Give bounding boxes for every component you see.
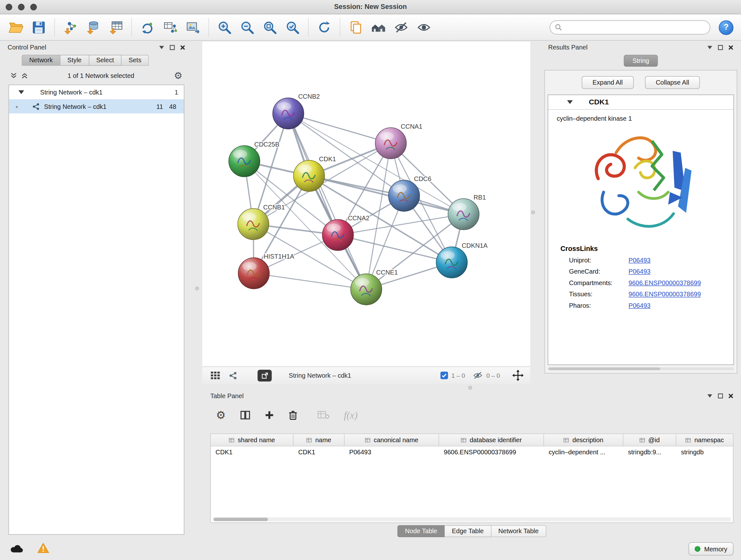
panel-float-icon[interactable] xyxy=(718,393,723,398)
panel-float-icon[interactable] xyxy=(170,45,175,50)
network-node-CCNA2[interactable]: CCNA2 xyxy=(322,214,369,251)
string-panel-button[interactable] xyxy=(229,371,238,380)
expand-all-networks-icon[interactable] xyxy=(21,72,28,79)
network-node-CCNA1[interactable]: CCNA1 xyxy=(375,123,422,159)
splitter-handle[interactable] xyxy=(195,287,199,290)
refresh-button[interactable] xyxy=(315,18,333,37)
scrollbar-thumb[interactable] xyxy=(213,518,268,521)
network-collection-row[interactable]: String Network – cdk1 1 xyxy=(9,85,184,99)
tab-string[interactable]: String xyxy=(624,55,658,67)
crosslink-link[interactable]: 9606.ENSP00000378699 xyxy=(629,291,701,298)
show-columns-button[interactable] xyxy=(240,410,251,420)
network-row[interactable]: • String Network – cdk1 11 48 xyxy=(9,99,184,113)
export-image-button[interactable] xyxy=(184,18,202,37)
help-button[interactable]: ? xyxy=(719,20,733,35)
column-header[interactable]: canonical name xyxy=(345,434,439,446)
collection-expander-icon[interactable] xyxy=(18,90,24,94)
zoom-in-button[interactable] xyxy=(215,18,233,37)
panel-close-icon[interactable] xyxy=(180,45,185,50)
open-session-button[interactable] xyxy=(7,18,25,37)
cell-namespace[interactable]: stringdb xyxy=(676,446,733,459)
show-all-button[interactable] xyxy=(415,18,433,37)
tab-select[interactable]: Select xyxy=(89,55,121,66)
fit-selected-button[interactable] xyxy=(512,370,524,381)
hidden-items-icon[interactable] xyxy=(473,371,483,380)
home-button[interactable] xyxy=(369,18,387,37)
column-header[interactable]: name xyxy=(293,434,345,446)
save-session-button[interactable] xyxy=(30,18,48,37)
panel-close-icon[interactable] xyxy=(728,45,733,50)
crosslink-link[interactable]: P06493 xyxy=(629,302,651,309)
import-network-button[interactable] xyxy=(62,18,79,37)
open-in-new-window-button[interactable] xyxy=(258,369,272,381)
hide-selected-button[interactable] xyxy=(392,18,410,37)
column-header[interactable]: database identifier xyxy=(439,434,544,446)
add-column-button[interactable] xyxy=(265,410,274,420)
cell-description[interactable]: cyclin–dependent ... xyxy=(544,446,623,459)
network-edge[interactable] xyxy=(288,113,391,143)
network-view-canvas[interactable]: CCNB2CCNA1CDC25BCDK1CDC6RB1CCNB1CCNA2CDK… xyxy=(202,42,530,366)
network-edge[interactable] xyxy=(288,113,366,289)
selected-checkbox[interactable] xyxy=(441,372,448,379)
crosslink-link[interactable]: 9606.ENSP00000378699 xyxy=(629,279,701,287)
entry-expander-icon[interactable] xyxy=(567,100,573,104)
panel-float-icon[interactable] xyxy=(718,45,723,50)
cell-canonical-name[interactable]: P06493 xyxy=(345,446,439,459)
import-network-from-database-button[interactable] xyxy=(84,18,102,37)
results-horizontal-scrollbar[interactable] xyxy=(548,368,734,370)
collapse-all-networks-icon[interactable] xyxy=(10,72,17,79)
column-header[interactable]: description xyxy=(544,434,623,446)
network-from-table-button[interactable] xyxy=(161,18,179,37)
network-node-CDC25B[interactable]: CDC25B xyxy=(229,141,280,177)
search-box[interactable] xyxy=(549,20,710,35)
cell-id[interactable]: stringdb:9... xyxy=(623,446,676,459)
tab-network[interactable]: Network xyxy=(22,55,60,66)
tab-edge-table[interactable]: Edge Table xyxy=(445,525,491,537)
network-node-CCNB2[interactable]: CCNB2 xyxy=(273,93,320,129)
memory-button[interactable]: Memory xyxy=(689,543,733,556)
network-node-CDK1[interactable]: CDK1 xyxy=(293,155,336,192)
tab-style[interactable]: Style xyxy=(60,55,89,66)
cell-database-identifier[interactable]: 9606.ENSP00000378699 xyxy=(439,446,544,459)
cell-name[interactable]: CDK1 xyxy=(293,446,345,459)
network-node-HIST1H1A[interactable]: HIST1H1A xyxy=(238,253,294,289)
network-node-CCNB1[interactable]: CCNB1 xyxy=(238,204,285,240)
network-edge[interactable] xyxy=(309,176,463,214)
panel-collapse-icon[interactable] xyxy=(707,394,713,398)
function-builder-button[interactable]: f(x) xyxy=(344,410,358,420)
search-input[interactable] xyxy=(565,23,705,31)
gear-icon[interactable]: ⚙ xyxy=(174,71,183,80)
table-horizontal-scrollbar[interactable] xyxy=(212,517,731,521)
delete-column-button[interactable] xyxy=(288,410,298,421)
node-details-header[interactable]: CDK1 xyxy=(548,95,733,110)
zoom-fit-button[interactable] xyxy=(261,18,279,37)
splitter-handle[interactable] xyxy=(531,210,535,214)
column-header[interactable]: shared name xyxy=(211,434,293,446)
warning-status-icon[interactable] xyxy=(37,543,50,554)
expand-all-button[interactable]: Expand All xyxy=(582,76,634,89)
tab-network-table[interactable]: Network Table xyxy=(491,525,546,537)
cell-shared-name[interactable]: CDK1 xyxy=(211,446,293,459)
column-header[interactable]: @id xyxy=(623,434,676,446)
table-settings-gear-icon[interactable]: ⚙ xyxy=(216,410,226,421)
birdseye-view-button[interactable] xyxy=(211,371,220,379)
delete-table-button[interactable] xyxy=(318,411,330,420)
collapse-all-button[interactable]: Collapse All xyxy=(645,76,700,89)
network-graph[interactable]: CCNB2CCNA1CDC25BCDK1CDC6RB1CCNB1CCNA2CDK… xyxy=(202,42,530,366)
zoom-selected-button[interactable] xyxy=(284,18,301,37)
table-row[interactable]: CDK1 CDK1 P06493 9606.ENSP00000378699 cy… xyxy=(211,446,733,459)
duplicate-button[interactable] xyxy=(347,18,365,37)
cloud-status-icon[interactable] xyxy=(10,543,23,553)
tab-sets[interactable]: Sets xyxy=(122,55,149,66)
network-edge[interactable] xyxy=(254,273,366,289)
tab-node-table[interactable]: Node Table xyxy=(398,525,445,537)
panel-close-icon[interactable] xyxy=(728,393,733,398)
crosslink-link[interactable]: P06493 xyxy=(629,257,651,264)
zoom-out-button[interactable] xyxy=(238,18,256,37)
import-table-button[interactable] xyxy=(107,18,125,37)
refresh-network-button[interactable] xyxy=(138,18,156,37)
splitter-handle[interactable] xyxy=(468,386,472,389)
panel-collapse-icon[interactable] xyxy=(707,45,713,49)
network-node-RB1[interactable]: RB1 xyxy=(448,194,486,230)
crosslink-link[interactable]: P06493 xyxy=(629,268,651,275)
